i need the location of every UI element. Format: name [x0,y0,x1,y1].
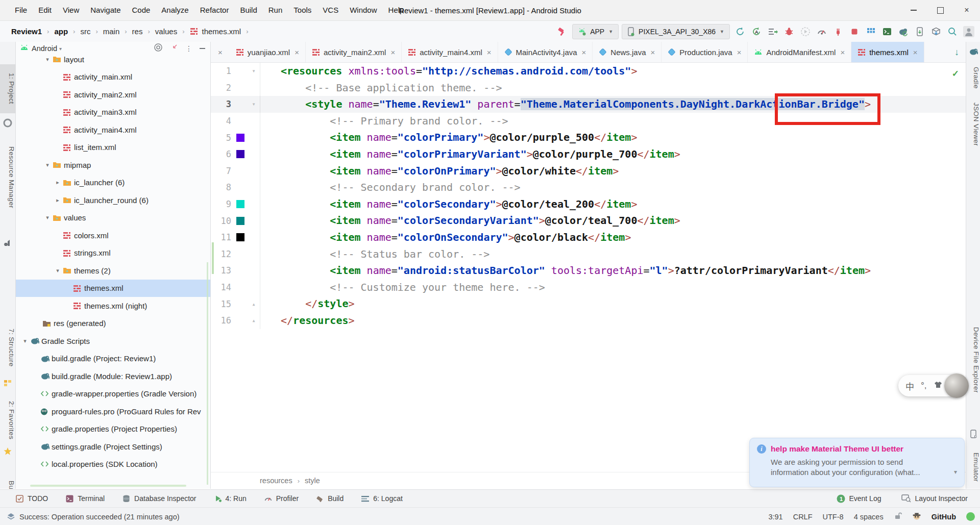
line-ending[interactable]: CRLF [793,513,813,521]
fold-marker-icon[interactable]: ▾ [248,101,260,108]
menu-edit[interactable]: Edit [33,6,57,14]
tree-item-res-generated-[interactable]: res (generated) [16,315,210,333]
ime-language-toggle[interactable]: 中 [905,380,914,392]
tab-close-icon[interactable]: × [840,48,845,57]
inspections-ok-icon[interactable]: ✓ [952,68,959,79]
ime-avatar-cat[interactable] [944,373,969,398]
structure-icon[interactable] [4,380,12,389]
code-line-13[interactable]: 13 <item name="android:statusBarColor" t… [211,262,966,279]
vcs-branch[interactable]: GitHub [932,513,956,521]
indent-setting[interactable]: 4 spaces [854,513,884,521]
profiler-icon[interactable] [815,24,829,39]
tree-item-ic_launcher-6-[interactable]: ▸ic_launcher (6) [16,174,210,192]
encoding[interactable]: UTF-8 [823,513,844,521]
menu-vcs[interactable]: VCS [317,6,344,14]
breadcrumb-item[interactable]: app [53,27,69,36]
editor-tab-activity_main2.xml[interactable]: activity_main2.xml× [306,42,402,62]
tree-collapsed-arrow-icon[interactable]: ▸ [53,179,63,186]
menu-analyze[interactable]: Analyze [156,6,194,14]
run-coverage-disabled-icon[interactable] [798,24,813,39]
tree-expanded-arrow-icon[interactable]: ▾ [42,162,53,168]
color-swatch[interactable] [233,200,248,208]
rerun-activity-icon[interactable]: A [749,24,764,39]
code-line-8[interactable]: 8 <!-- Secondary brand color. --> [211,179,966,196]
tool-window-button-terminal[interactable]: Terminal [65,494,105,503]
gradle-elephant-icon[interactable] [969,48,978,57]
tool-window-button-profiler[interactable]: Profiler [264,494,299,503]
editor-tab-activity_main4.xml[interactable]: activity_main4.xml× [402,42,498,62]
tree-item-list_item.xml[interactable]: list_item.xml [16,139,210,157]
tree-expanded-arrow-icon[interactable]: ▾ [42,56,53,63]
tree-item-build.gradle-Project-Review1-[interactable]: build.gradle (Project: Review1) [16,350,210,368]
minimize-button[interactable] [900,0,927,20]
user-avatar-icon[interactable] [962,24,976,39]
tree-item-colors.xml[interactable]: colors.xml [16,227,210,244]
gradle-sync-icon[interactable] [896,24,911,39]
hide-panel-icon[interactable] [200,48,205,49]
editor-tab-yuanjiao.xml[interactable]: yuanjiao.xml× [230,42,306,62]
leading-tab-close-icon[interactable]: × [211,42,230,62]
hidden-tabs-arrow-icon[interactable]: ↓ [954,42,959,62]
tree-item-activity_main3.xml[interactable]: activity_main3.xml [16,104,210,121]
project-view-select[interactable]: Android [32,44,57,53]
device-manager-icon[interactable] [913,24,927,39]
tree-scrollbar-vertical[interactable] [207,262,208,485]
close-button[interactable]: × [953,0,980,20]
emulator-device-icon[interactable] [970,430,976,440]
editor-tab-News.java[interactable]: News.java× [593,42,662,62]
tree-item-strings.xml[interactable]: strings.xml [16,244,210,262]
tree-item-gradle-wrapper.properties-Gradle-Version-[interactable]: gradle-wrapper.properties (Gradle Versio… [16,385,210,403]
menu-navigate[interactable]: Navigate [85,6,126,14]
tool-button-favorites[interactable]: 2: Favorites [0,395,15,446]
tree-item-activity_main4.xml[interactable]: activity_main4.xml [16,121,210,139]
ime-punctuation-toggle[interactable]: °, [921,381,927,391]
ime-toolbar[interactable]: 中 °, [898,375,967,396]
editor-tab-Production.java[interactable]: Production.java× [662,42,748,62]
tool-window-button-layout-inspector[interactable]: Layout Inspector [901,494,968,503]
color-swatch[interactable] [233,233,248,241]
color-swatch[interactable] [233,217,248,225]
tool-window-button-4-run[interactable]: 4: Run [214,494,247,503]
tree-item-gradle.properties-Project-Properties-[interactable]: gradle.properties (Project Properties) [16,420,210,438]
tree-scrollbar-horizontal[interactable] [30,485,186,487]
code-line-16[interactable]: 16▴</resources> [211,312,966,329]
tree-item-activity_main.xml[interactable]: activity_main.xml [16,68,210,86]
stop-icon[interactable] [847,24,862,39]
tool-window-button-database-inspector[interactable]: Database Inspector [122,494,196,503]
tree-expanded-arrow-icon[interactable]: ▾ [42,214,53,221]
tool-window-button-event-log[interactable]: 1Event Log [837,494,881,503]
code-line-11[interactable]: 11 <item name="colorOnSecondary">@color/… [211,229,966,246]
code-line-10[interactable]: 10 <item name="colorSecondaryVariant">@c… [211,212,966,229]
tab-close-icon[interactable]: × [390,48,395,57]
tool-button-structure[interactable]: 7: Structure [0,317,15,378]
ime-skin-icon[interactable] [934,381,943,391]
tree-collapsed-arrow-icon[interactable]: ▸ [53,197,63,204]
unlock-icon[interactable] [894,512,902,521]
apply-changes-icon[interactable] [766,24,780,39]
tab-close-icon[interactable]: × [737,48,742,57]
run-configuration-select[interactable]: APP ▼ [572,24,619,39]
color-swatch[interactable] [233,150,248,158]
tool-window-button-todo[interactable]: TODO [15,494,48,503]
tool-button-emulator[interactable]: Emulator [966,442,980,493]
editor-tab-themes.xml[interactable]: themes.xml× [851,42,924,62]
collapse-arrows-icon[interactable] [170,43,178,54]
caret-position[interactable]: 3:91 [768,513,782,521]
tool-button-device-file-explorer[interactable]: Device File Explorer [966,305,980,414]
code-line-6[interactable]: 6 <item name="colorPrimaryVariant">@colo… [211,146,966,163]
tree-item-values[interactable]: ▾values [16,209,210,227]
notification-popup[interactable]: i help make Material Theme UI better We … [749,438,965,487]
editor-breadcrumb-style[interactable]: style [305,477,320,485]
code-line-5[interactable]: 5 <item name="colorPrimary">@color/purpl… [211,129,966,146]
favorites-star-icon[interactable] [4,447,12,458]
breadcrumb-item[interactable]: res [131,27,144,36]
code-line-12[interactable]: 12 <!-- Status bar color. --> [211,246,966,263]
tree-item-themes.xml[interactable]: themes.xml [16,280,210,297]
color-swatch[interactable] [233,134,248,142]
tree-expanded-arrow-icon[interactable]: ▾ [53,267,63,274]
tool-button-json-viewer[interactable]: JSON Viewer [966,98,980,151]
incognito-icon[interactable] [912,512,921,521]
code-editor[interactable]: 1▾<resources xmlns:tools="http://schemas… [211,63,966,493]
breadcrumb-item[interactable]: src [79,27,91,36]
menu-file[interactable]: File [9,6,33,14]
